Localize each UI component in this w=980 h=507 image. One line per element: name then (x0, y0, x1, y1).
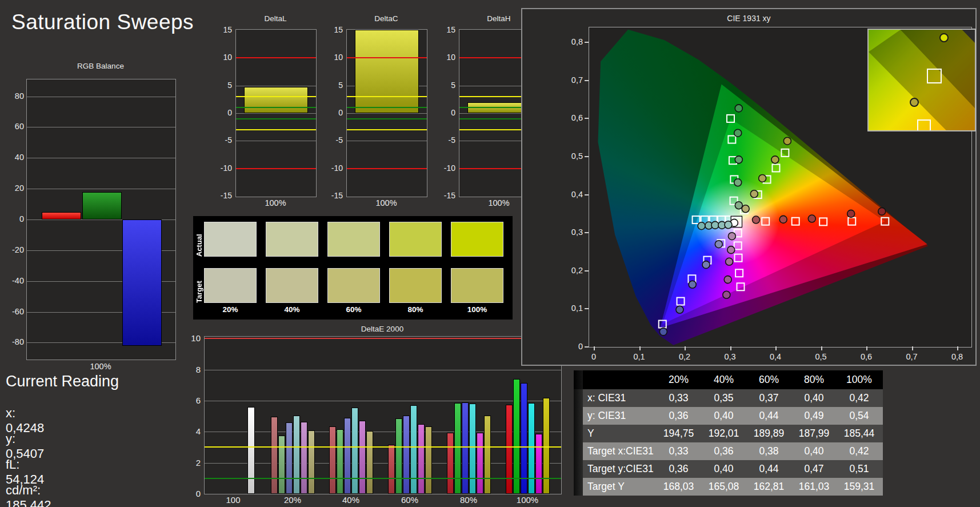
reference-line (347, 129, 427, 130)
reference-line (205, 478, 561, 479)
table-row-label: Target y:CIE31 (583, 460, 656, 478)
deltae-bar (247, 407, 255, 494)
cie-target-square (677, 298, 685, 305)
table-cell: 0,35 (701, 389, 746, 407)
table-header-cell: 80% (791, 370, 837, 389)
y-tick-label: -20 (1, 245, 24, 254)
y-tick-mark (585, 80, 589, 81)
gridline (205, 401, 561, 401)
swatch-col-label: 80% (389, 305, 442, 314)
cie-measured-point (727, 246, 735, 254)
inset-target-square-bottom (917, 119, 931, 131)
inset-measured-circle-high (939, 33, 949, 42)
y-tick-label: -10 (436, 163, 455, 173)
table-cell: 0,42 (837, 442, 882, 460)
cie-measured-point (878, 207, 886, 215)
green-bar (82, 192, 122, 219)
target-swatch (327, 268, 380, 303)
cie-target-square (735, 269, 743, 277)
y-tick-label: 0 (436, 108, 455, 117)
rgb-balance-x-label: 100% (26, 362, 175, 371)
table-row: Target x:CIE310,330,360,380,400,42 (574, 442, 883, 460)
y-tick-label: 5 (323, 81, 343, 90)
cie-measured-point (728, 233, 735, 240)
deltae-bar (286, 422, 293, 494)
y-tick-mark (585, 194, 589, 195)
table-cell: 0,54 (837, 407, 882, 425)
cie-measured-point (742, 205, 749, 213)
table-cell: 194,75 (656, 425, 701, 442)
deltae-group-label: 100% (507, 495, 547, 505)
cie-target-square (792, 218, 799, 225)
x-tick-mark (730, 346, 731, 350)
x-tick-mark (775, 346, 777, 350)
cie-measured-point (715, 241, 722, 248)
table-row: Target Y168,03165,08162,81161,03159,31 (574, 478, 883, 496)
deltae-bar (293, 416, 300, 494)
delta-chart-title: DeltaL (235, 14, 315, 23)
table-cell: 0,37 (746, 389, 791, 407)
red-bar (42, 212, 81, 219)
x-tick-mark (821, 346, 822, 350)
cie-target-square (848, 218, 855, 225)
y-tick-label: -15 (213, 191, 232, 200)
y-tick-label: 15 (323, 25, 343, 34)
swatch-row-label: Target (195, 268, 203, 303)
table-header-cell: 40% (701, 370, 746, 389)
x-tick-label: 0,7 (901, 352, 923, 361)
y-tick-label: 80 (1, 91, 24, 101)
rgb-balance-title: RGB Balance (26, 62, 175, 70)
cie-measured-point (759, 174, 766, 182)
cie-target-square (734, 242, 742, 249)
y-tick-label: 0,4 (562, 190, 583, 199)
table-cell: 0,40 (701, 460, 746, 478)
cie-measured-point (783, 137, 791, 145)
deltae-bar (329, 426, 336, 494)
y-tick-label: -5 (436, 135, 455, 145)
cie-measured-point (724, 276, 731, 284)
y-tick-label: 60 (1, 122, 24, 131)
y-tick-label: 0,6 (562, 113, 583, 122)
reference-line (347, 168, 427, 169)
y-tick-mark (585, 270, 589, 272)
cie-measured-point (725, 221, 732, 229)
table-cell: 0,49 (791, 407, 837, 425)
y-tick-label: 10 (323, 53, 343, 62)
cie-measured-point (753, 216, 760, 223)
y-tick-label: 0 (213, 108, 232, 117)
cie-title: CIE 1931 xy (522, 14, 975, 23)
table-cell: 0,40 (791, 442, 837, 460)
swatch-col-label: 20% (204, 305, 257, 314)
deltal-chart (235, 29, 317, 197)
x-tick-label: 0,4 (764, 352, 787, 361)
y-tick-label: -15 (323, 191, 343, 200)
deltae-bar (351, 408, 358, 494)
gridline (236, 141, 316, 141)
table-cell: 165,08 (701, 478, 746, 496)
y-tick-label: 8 (182, 365, 201, 374)
page-title: Saturation Sweeps (11, 10, 194, 34)
gridline (236, 86, 316, 86)
actual-swatch (204, 222, 257, 257)
x-tick-label: 0 (582, 352, 605, 361)
cie-measured-point (808, 215, 815, 222)
cie-measured-point (735, 105, 742, 112)
table-row: Y194,75192,01189,89187,99185,44 (574, 425, 883, 442)
deltae-bar (308, 430, 315, 494)
actual-swatch (327, 222, 380, 257)
deltae-bar (403, 416, 410, 494)
table-header-cell: 100% (837, 370, 882, 389)
cie-measured-point (847, 210, 855, 217)
table-cell: 0,44 (746, 407, 791, 425)
y-tick-label: 20 (1, 183, 24, 193)
cie-measured-point (771, 156, 779, 163)
deltae-bar (388, 445, 395, 494)
x-tick-mark (957, 346, 958, 350)
y-tick-label: 0,2 (562, 266, 583, 275)
table-cell: 161,03 (791, 478, 837, 496)
cie-inset-zoom (867, 29, 976, 131)
table-cell: 0,36 (656, 460, 701, 478)
deltae-group-label: 20% (273, 495, 313, 505)
gridline (27, 97, 175, 97)
table-row-label: Target Y (583, 478, 656, 496)
